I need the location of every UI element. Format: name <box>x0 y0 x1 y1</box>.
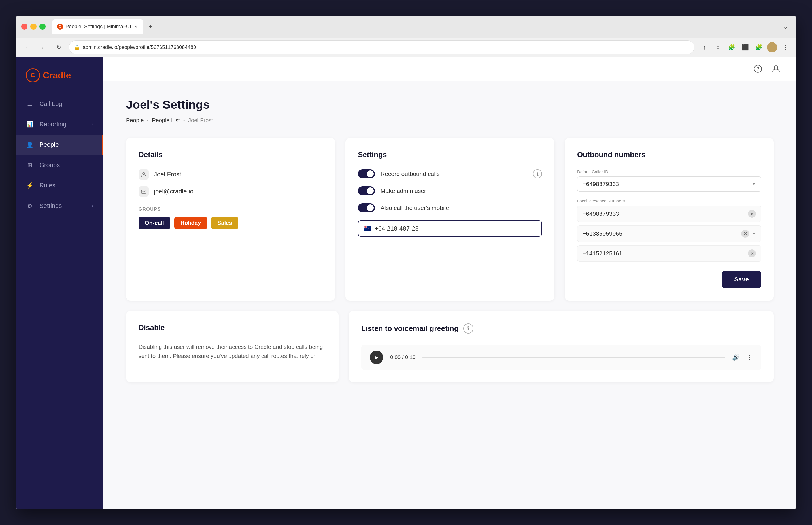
menu-icon[interactable]: ⋮ <box>780 42 791 52</box>
toggle-knob-admin <box>367 188 374 194</box>
more-options-icon[interactable]: ⋮ <box>747 354 753 361</box>
sidebar-label-reporting: Reporting <box>39 121 66 128</box>
sidebar-item-people[interactable]: 👤 People <box>16 135 103 155</box>
mobile-number-input[interactable] <box>374 225 536 232</box>
bookmark-icon[interactable]: ☆ <box>712 42 723 52</box>
browser-titlebar: C People: Settings | Minimal-UI ✕ + ⌄ <box>16 16 796 38</box>
breadcrumb-sep-2: • <box>183 118 185 123</box>
settings-card-title: Settings <box>358 150 542 159</box>
number-chip-1: +6498879333 ✕ <box>577 206 761 222</box>
address-bar[interactable]: 🔒 admin.cradle.io/people/profile/5676511… <box>69 41 694 54</box>
logo-text: Cradle <box>43 70 71 81</box>
breadcrumb-people[interactable]: People <box>126 117 144 124</box>
svg-point-3 <box>143 172 145 175</box>
traffic-lights <box>21 24 46 30</box>
cast-icon[interactable]: ⬛ <box>740 42 751 52</box>
number-chip-3: +14152125161 ✕ <box>577 245 761 262</box>
group-badge-sales: Sales <box>211 217 238 229</box>
select-arrow-icon: ▼ <box>752 182 756 186</box>
voicemail-card: Listen to voicemail greeting ℹ ▶ 0:00 / … <box>349 311 774 382</box>
people-icon: 👤 <box>26 141 34 149</box>
toolbar-actions: ↑ ☆ 🧩 ⬛ 🧩 ⋮ <box>699 42 791 52</box>
person-icon <box>138 169 149 180</box>
rules-icon: ⚡ <box>26 181 34 190</box>
toggle-info-icon[interactable]: ℹ <box>533 169 542 178</box>
puzzle-icon[interactable]: 🧩 <box>753 42 764 52</box>
toggle-make-admin[interactable] <box>358 186 375 195</box>
groups-list: On-call Holiday Sales <box>138 217 323 229</box>
default-caller-select[interactable]: +6498879333 ▼ <box>577 176 761 192</box>
sidebar-item-rules[interactable]: ⚡ Rules <box>16 175 103 196</box>
close-button[interactable] <box>21 24 28 30</box>
tab-title: People: Settings | Minimal-UI <box>65 24 131 30</box>
sidebar-label-rules: Rules <box>39 182 55 189</box>
mobile-input-container: Send calls to mobile 🇳🇿 <box>358 220 542 237</box>
sidebar-item-settings[interactable]: ⚙ Settings › <box>16 196 103 216</box>
browser-window: C People: Settings | Minimal-UI ✕ + ⌄ ‹ … <box>16 16 796 509</box>
group-badge-oncall: On-call <box>138 217 170 229</box>
email-icon <box>138 186 149 196</box>
svg-point-2 <box>774 66 778 69</box>
breadcrumb-current: Joel Frost <box>188 117 213 124</box>
person-name-field: Joel Frost <box>138 169 323 180</box>
sidebar-item-call-log[interactable]: ☰ Call Log <box>16 94 103 114</box>
new-tab-button[interactable]: + <box>145 21 156 32</box>
back-button[interactable]: ‹ <box>21 42 33 53</box>
sidebar-label-call-log: Call Log <box>39 100 62 108</box>
person-email: joel@cradle.io <box>154 188 193 195</box>
groups-icon: ⊞ <box>26 161 34 169</box>
active-tab[interactable]: C People: Settings | Minimal-UI ✕ <box>53 19 143 34</box>
page-title: Joel's Settings <box>126 98 774 111</box>
person-email-field: joel@cradle.io <box>138 186 323 196</box>
disable-card-text: Disabling this user will remove their ac… <box>138 342 326 360</box>
help-icon[interactable]: ? <box>752 63 764 75</box>
logo-icon: C <box>26 68 40 82</box>
browser-toolbar: ‹ › ↻ 🔒 admin.cradle.io/people/profile/5… <box>16 38 796 57</box>
nz-flag-icon: 🇳🇿 <box>364 225 371 232</box>
tab-favicon: C <box>57 24 63 30</box>
voicemail-card-title: Listen to voicemail greeting <box>361 324 459 333</box>
number-arrow-icon: ▼ <box>752 231 756 236</box>
voicemail-info-icon[interactable]: ℹ <box>463 324 473 333</box>
outbound-card: Outbound numbers Default Caller ID +6498… <box>565 138 774 301</box>
default-caller-label: Default Caller ID <box>577 169 761 174</box>
toggle-row-mobile: Also call the user's mobile <box>358 203 542 212</box>
settings-chevron: › <box>92 203 93 208</box>
toggle-call-mobile[interactable] <box>358 203 375 212</box>
extension-icon[interactable]: 🧩 <box>726 42 737 52</box>
audio-player: ▶ 0:00 / 0:10 🔊 ⋮ <box>361 345 761 370</box>
fullscreen-button[interactable] <box>39 24 46 30</box>
settings-card: Settings Record outbound calls ℹ <box>345 138 555 301</box>
user-avatar[interactable] <box>767 42 777 52</box>
save-button[interactable]: Save <box>722 271 761 288</box>
disable-card: Disable Disabling this user will remove … <box>126 311 339 382</box>
volume-icon[interactable]: 🔊 <box>732 354 740 361</box>
tab-close-button[interactable]: ✕ <box>133 24 138 29</box>
toggle-record-outbound[interactable] <box>358 169 375 178</box>
toggle-row-record: Record outbound calls ℹ <box>358 169 542 178</box>
groups-label: GROUPS <box>138 207 323 212</box>
share-icon[interactable]: ↑ <box>699 42 710 52</box>
user-profile-icon[interactable] <box>770 63 782 75</box>
sidebar-item-reporting[interactable]: 📊 Reporting › <box>16 114 103 135</box>
refresh-button[interactable]: ↻ <box>53 42 64 53</box>
outbound-card-title: Outbound numbers <box>577 150 761 159</box>
svg-rect-4 <box>142 190 146 193</box>
app-container: C Cradle ☰ Call Log 📊 Reporting › <box>16 57 796 509</box>
tab-bar: C People: Settings | Minimal-UI ✕ + <box>53 19 776 34</box>
progress-bar[interactable] <box>423 357 725 358</box>
forward-button[interactable]: › <box>37 42 48 53</box>
breadcrumb-people-list[interactable]: People List <box>152 117 180 124</box>
remove-number-1[interactable]: ✕ <box>748 210 756 218</box>
lock-icon: 🔒 <box>74 45 80 50</box>
call-log-icon: ☰ <box>26 100 34 108</box>
details-card: Details Joel Frost <box>126 138 335 301</box>
default-caller-value: +6498879333 <box>582 181 619 188</box>
play-button[interactable]: ▶ <box>370 350 383 364</box>
main-content: ? Joel's Settings People • People List • <box>103 57 796 509</box>
sidebar-item-groups[interactable]: ⊞ Groups <box>16 155 103 175</box>
remove-number-2[interactable]: ✕ <box>741 230 749 238</box>
voicemail-header: Listen to voicemail greeting ℹ <box>361 324 761 333</box>
remove-number-3[interactable]: ✕ <box>748 250 756 257</box>
minimize-button[interactable] <box>30 24 36 30</box>
